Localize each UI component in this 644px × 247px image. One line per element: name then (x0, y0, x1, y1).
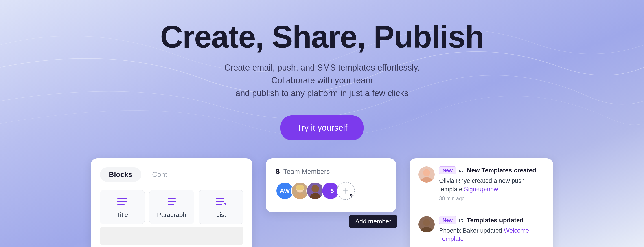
notif-type-icon-2: 🗂 (459, 217, 464, 223)
svg-point-15 (312, 185, 319, 192)
notif-badge-1: New (439, 166, 456, 174)
notifications-card: New 🗂 New Templates created Olivia Rhye … (410, 158, 553, 247)
notif-avatar-1 (418, 166, 435, 182)
cta-button[interactable]: Try it yourself (280, 115, 364, 140)
notif-title-1: New Templates created (467, 167, 536, 174)
editor-card: Blocks Cont Title (91, 158, 252, 247)
svg-rect-8 (216, 201, 224, 202)
block-list-label: List (216, 211, 226, 218)
editor-preview (100, 227, 244, 245)
svg-point-22 (420, 227, 433, 232)
svg-point-21 (423, 219, 430, 226)
svg-point-14 (296, 185, 304, 190)
list-block-icon (216, 196, 226, 208)
cards-row: Blocks Cont Title (0, 158, 644, 247)
notif-text-1: Olivia Rhye created a new push template … (439, 177, 544, 194)
notif-divider (418, 209, 544, 209)
team-header: 8 Team Members (276, 167, 386, 176)
notif-body-2: New 🗂 Templates updated Phoenix Baker up… (439, 216, 544, 245)
block-title-item[interactable]: Title (100, 190, 145, 224)
svg-rect-7 (216, 198, 224, 199)
block-paragraph-item[interactable]: Paragraph (149, 190, 194, 224)
block-title-label: Title (116, 211, 128, 218)
title-block-icon (117, 196, 127, 208)
cursor-icon (349, 191, 355, 200)
notification-item-1: New 🗂 New Templates created Olivia Rhye … (418, 166, 544, 202)
notif-time-1: 30 min ago (439, 196, 544, 202)
notif-avatar-2 (418, 216, 435, 232)
notif-header-1: New 🗂 New Templates created (439, 166, 544, 174)
paragraph-block-icon (167, 196, 176, 208)
svg-point-19 (423, 169, 430, 176)
notification-item-2: New 🗂 Templates updated Phoenix Baker up… (418, 216, 544, 245)
notif-body-1: New 🗂 New Templates created Olivia Rhye … (439, 166, 544, 202)
blocks-grid: Title Paragraph (100, 190, 244, 224)
svg-rect-5 (168, 201, 176, 202)
avatars-row: AW +5 (276, 182, 386, 200)
block-list-item[interactable]: List (198, 190, 244, 224)
notif-type-icon-1: 🗂 (459, 167, 464, 174)
team-label: Team Members (284, 168, 330, 175)
svg-rect-1 (117, 198, 127, 199)
svg-rect-3 (117, 204, 124, 205)
svg-point-20 (420, 177, 433, 182)
team-count: 8 (276, 167, 280, 176)
notif-link-1[interactable]: Sign-up-now (464, 186, 498, 193)
svg-rect-4 (168, 198, 176, 199)
notif-text-2: Phoenix Baker updated Welcome Template (439, 226, 544, 244)
svg-rect-2 (117, 201, 127, 202)
svg-rect-6 (168, 204, 174, 205)
hero-title: Create, Share, Publish (160, 20, 484, 53)
svg-rect-9 (216, 204, 222, 205)
avatar-add[interactable] (337, 182, 355, 200)
notif-badge-2: New (439, 216, 456, 224)
notif-title-2: Templates updated (467, 217, 524, 224)
svg-point-13 (294, 193, 306, 200)
main-content: Create, Share, Publish Create email, pus… (0, 0, 644, 247)
team-card: 8 Team Members AW (266, 158, 396, 212)
add-member-tooltip: Add member (349, 215, 398, 228)
hero-subtitle: Create email, push, and SMS templates ef… (210, 61, 434, 100)
editor-tabs: Blocks Cont (100, 167, 244, 182)
tab-blocks[interactable]: Blocks (100, 167, 141, 182)
notif-header-2: New 🗂 Templates updated (439, 216, 544, 224)
svg-point-16 (310, 193, 321, 200)
tab-content[interactable]: Cont (143, 167, 176, 182)
block-paragraph-label: Paragraph (157, 211, 186, 218)
